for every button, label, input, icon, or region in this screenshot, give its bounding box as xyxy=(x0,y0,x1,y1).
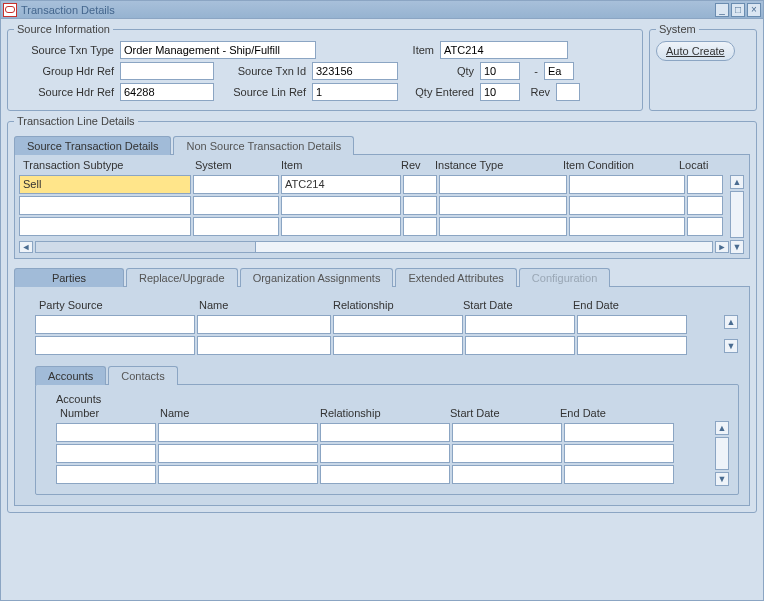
cell-relationship[interactable] xyxy=(333,315,463,334)
col-location: Locati xyxy=(675,157,711,175)
cell-item[interactable] xyxy=(281,196,401,215)
cell-location[interactable] xyxy=(687,175,723,194)
cell-party-source[interactable] xyxy=(35,315,195,334)
field-source-txn-id[interactable] xyxy=(312,62,398,80)
cell-location[interactable] xyxy=(687,217,723,236)
field-qty[interactable] xyxy=(480,62,520,80)
oracle-icon xyxy=(3,3,17,17)
cell-rev[interactable] xyxy=(403,217,437,236)
cell-system[interactable] xyxy=(193,175,279,194)
field-qty-entered[interactable] xyxy=(480,83,520,101)
field-group-hdr-ref[interactable] xyxy=(120,62,214,80)
tab-configuration[interactable]: Configuration xyxy=(519,268,610,287)
table-row[interactable] xyxy=(35,315,723,336)
vscrollbar[interactable]: ▲ ▼ xyxy=(729,157,745,254)
cell-account-name[interactable] xyxy=(158,423,318,442)
cell-account-relationship[interactable] xyxy=(320,423,450,442)
cell-account-start-date[interactable] xyxy=(452,423,562,442)
cell-account-relationship[interactable] xyxy=(320,444,450,463)
vscrollbar-parties[interactable]: ▲ ▼ xyxy=(723,297,739,357)
cell-account-name[interactable] xyxy=(158,444,318,463)
cell-subtype[interactable]: Sell xyxy=(19,175,191,194)
cell-instance-type[interactable] xyxy=(439,196,567,215)
label-source-txn-type: Source Txn Type xyxy=(14,44,114,56)
tab-contacts[interactable]: Contacts xyxy=(108,366,177,385)
cell-rev[interactable] xyxy=(403,196,437,215)
cell-item-condition[interactable] xyxy=(569,217,685,236)
cell-end-date[interactable] xyxy=(577,315,687,334)
tab-replace-upgrade[interactable]: Replace/Upgrade xyxy=(126,268,238,287)
minimize-button[interactable]: _ xyxy=(715,3,729,17)
cell-start-date[interactable] xyxy=(465,336,575,355)
scroll-down-icon[interactable]: ▼ xyxy=(724,339,738,353)
col-party-source: Party Source xyxy=(35,297,195,315)
scroll-left-icon[interactable]: ◄ xyxy=(19,241,33,253)
field-item[interactable] xyxy=(440,41,568,59)
cell-end-date[interactable] xyxy=(577,336,687,355)
cell-instance-type[interactable] xyxy=(439,175,567,194)
cell-item-condition[interactable] xyxy=(569,175,685,194)
scroll-up-icon[interactable]: ▲ xyxy=(715,421,729,435)
table-row[interactable] xyxy=(19,196,729,217)
table-row[interactable] xyxy=(56,465,714,486)
tab-accounts[interactable]: Accounts xyxy=(35,366,106,385)
scroll-up-icon[interactable]: ▲ xyxy=(730,175,744,189)
auto-create-button[interactable]: Auto Create xyxy=(656,41,735,61)
cell-item[interactable]: ATC214 xyxy=(281,175,401,194)
field-source-txn-type[interactable] xyxy=(120,41,316,59)
cell-system[interactable] xyxy=(193,217,279,236)
scroll-up-icon[interactable]: ▲ xyxy=(724,315,738,329)
cell-account-start-date[interactable] xyxy=(452,465,562,484)
table-row[interactable] xyxy=(35,336,723,357)
scroll-down-icon[interactable]: ▼ xyxy=(730,240,744,254)
cell-account-end-date[interactable] xyxy=(564,423,674,442)
tab-parties[interactable]: Parties xyxy=(14,268,124,287)
field-rev[interactable] xyxy=(556,83,580,101)
hscroll-track[interactable] xyxy=(35,241,713,253)
cell-account-start-date[interactable] xyxy=(452,444,562,463)
group-transaction-line-details: Transaction Line Details Source Transact… xyxy=(7,115,757,513)
cell-account-end-date[interactable] xyxy=(564,444,674,463)
cell-subtype[interactable] xyxy=(19,196,191,215)
group-system: System Auto Create xyxy=(649,23,757,111)
tab-source-transaction-details[interactable]: Source Transaction Details xyxy=(14,136,171,155)
vscrollbar-accounts[interactable]: ▲ ▼ xyxy=(714,405,730,486)
hscrollbar[interactable]: ◄ ► xyxy=(19,240,729,254)
panel-parties: Party Source Name Relationship Start Dat… xyxy=(14,286,750,506)
cell-system[interactable] xyxy=(193,196,279,215)
table-row[interactable] xyxy=(56,423,714,444)
field-source-lin-ref[interactable] xyxy=(312,83,398,101)
tab-non-source-transaction-details[interactable]: Non Source Transaction Details xyxy=(173,136,354,155)
cell-item-condition[interactable] xyxy=(569,196,685,215)
cell-account-number[interactable] xyxy=(56,423,156,442)
tab-extended-attributes[interactable]: Extended Attributes xyxy=(395,268,516,287)
cell-relationship[interactable] xyxy=(333,336,463,355)
field-source-hdr-ref[interactable] xyxy=(120,83,214,101)
tab-organization-assignments[interactable]: Organization Assignments xyxy=(240,268,394,287)
cell-account-number[interactable] xyxy=(56,465,156,484)
cell-party-source[interactable] xyxy=(35,336,195,355)
cell-instance-type[interactable] xyxy=(439,217,567,236)
table-row[interactable]: Sell ATC214 xyxy=(19,175,729,196)
field-uom[interactable] xyxy=(544,62,574,80)
cell-party-name[interactable] xyxy=(197,336,331,355)
table-row[interactable] xyxy=(19,217,729,238)
cell-account-end-date[interactable] xyxy=(564,465,674,484)
scroll-down-icon[interactable]: ▼ xyxy=(715,472,729,486)
cell-account-relationship[interactable] xyxy=(320,465,450,484)
cell-start-date[interactable] xyxy=(465,315,575,334)
cell-account-number[interactable] xyxy=(56,444,156,463)
vscroll-track[interactable] xyxy=(715,437,729,470)
cell-subtype[interactable] xyxy=(19,217,191,236)
cell-party-name[interactable] xyxy=(197,315,331,334)
vscroll-track[interactable] xyxy=(730,191,744,238)
scroll-right-icon[interactable]: ► xyxy=(715,241,729,253)
table-row[interactable] xyxy=(56,444,714,465)
label-source-txn-id: Source Txn Id xyxy=(220,65,306,77)
cell-location[interactable] xyxy=(687,196,723,215)
cell-item[interactable] xyxy=(281,217,401,236)
cell-account-name[interactable] xyxy=(158,465,318,484)
close-button[interactable]: × xyxy=(747,3,761,17)
cell-rev[interactable] xyxy=(403,175,437,194)
maximize-button[interactable]: □ xyxy=(731,3,745,17)
